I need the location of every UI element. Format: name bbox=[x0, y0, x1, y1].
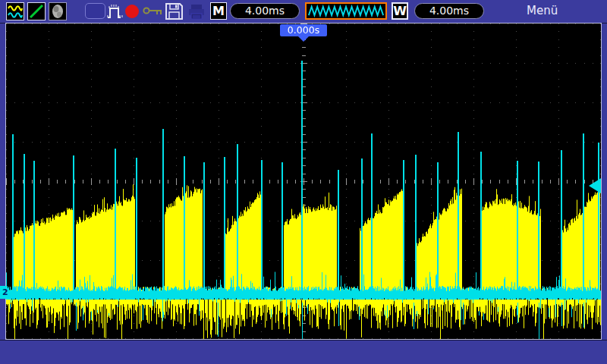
trigger-position-flag[interactable]: 0.000s bbox=[280, 24, 327, 36]
lock-button[interactable] bbox=[143, 5, 163, 20]
top-toolbar: M 4.00ms W 4.00ms Menü bbox=[0, 0, 607, 24]
menu-button[interactable]: Menü bbox=[527, 4, 558, 17]
channels-button[interactable] bbox=[6, 2, 24, 20]
printer-icon bbox=[187, 3, 206, 20]
window-timebase-readout: 4.00ms bbox=[414, 3, 484, 19]
oscilloscope-screen: M 4.00ms W 4.00ms Menü 0.000s 2 DC 20 5.… bbox=[0, 0, 607, 364]
zoom-window-indicator[interactable] bbox=[305, 2, 387, 20]
save-button[interactable] bbox=[165, 2, 184, 24]
image-thumbnail-icon bbox=[49, 3, 66, 20]
key-icon bbox=[143, 5, 163, 17]
waveform-display bbox=[6, 24, 601, 339]
floppy-disk-icon bbox=[165, 2, 184, 20]
record-button[interactable] bbox=[124, 4, 140, 22]
vector-line-icon bbox=[28, 3, 45, 20]
main-timebase-readout: 4.00ms bbox=[230, 3, 300, 19]
window-timebase-badge: W bbox=[392, 2, 408, 20]
display-button[interactable] bbox=[27, 2, 46, 20]
channel-waves-icon bbox=[7, 3, 24, 20]
pulse-icon bbox=[106, 2, 124, 20]
print-button[interactable] bbox=[187, 3, 206, 24]
record-icon bbox=[124, 4, 140, 19]
zoom-wave-icon bbox=[307, 5, 385, 17]
empty-slot-button[interactable] bbox=[85, 3, 105, 19]
main-timebase-badge: M bbox=[210, 2, 227, 20]
pulse-trigger-button[interactable] bbox=[106, 2, 124, 24]
preview-button[interactable] bbox=[49, 2, 67, 20]
status-bar: DC 20 5.00V DC 20 1.00V CH2 bbox=[0, 340, 607, 364]
